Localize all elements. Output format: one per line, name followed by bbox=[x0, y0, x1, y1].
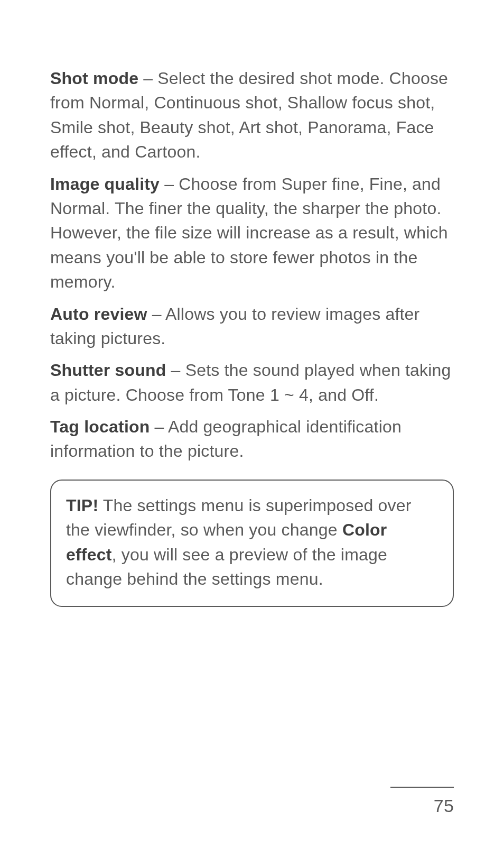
setting-title: Shot mode bbox=[50, 69, 138, 88]
footer-rule bbox=[390, 787, 454, 788]
setting-auto-review: Auto review – Allows you to review image… bbox=[50, 302, 454, 351]
setting-tag-location: Tag location – Add geographical identifi… bbox=[50, 414, 454, 464]
setting-title: Tag location bbox=[50, 417, 150, 436]
manual-page: Shot mode – Select the desired shot mode… bbox=[0, 0, 504, 857]
setting-sep: – bbox=[150, 417, 167, 436]
setting-sep: – bbox=[160, 174, 179, 193]
setting-title: Shutter sound bbox=[50, 361, 166, 380]
page-footer: 75 bbox=[390, 787, 454, 819]
setting-sep: – bbox=[138, 69, 157, 88]
setting-title: Image quality bbox=[50, 174, 160, 193]
setting-sep: – bbox=[166, 361, 185, 380]
setting-shutter-sound: Shutter sound – Sets the sound played wh… bbox=[50, 358, 454, 407]
setting-title: Auto review bbox=[50, 305, 147, 324]
tip-box: TIP! The settings menu is superimposed o… bbox=[50, 480, 454, 607]
page-number: 75 bbox=[390, 793, 454, 819]
setting-sep: – bbox=[147, 305, 165, 324]
tip-text: TIP! The settings menu is superimposed o… bbox=[66, 493, 438, 592]
setting-shot-mode: Shot mode – Select the desired shot mode… bbox=[50, 66, 454, 164]
setting-image-quality: Image quality – Choose from Super fine, … bbox=[50, 172, 454, 294]
tip-label: TIP! bbox=[66, 496, 98, 515]
tip-after: , you will see a preview of the image ch… bbox=[66, 545, 387, 588]
